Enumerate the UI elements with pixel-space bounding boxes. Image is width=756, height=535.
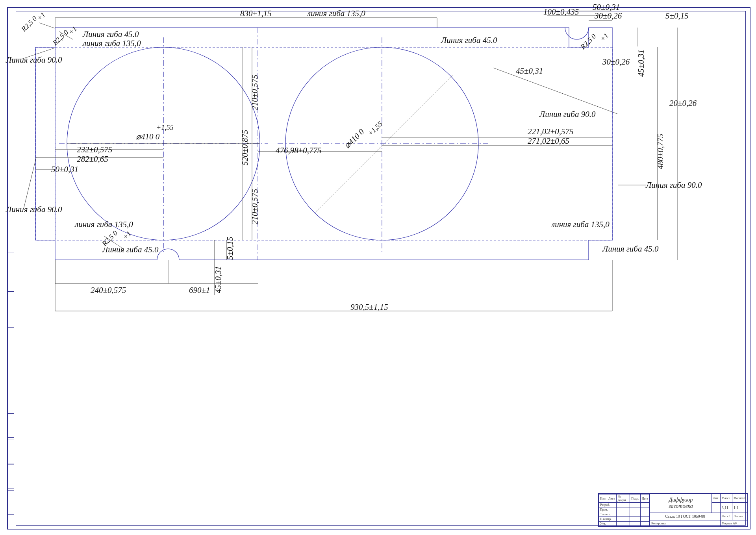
dim-271: 271,02±0,65 [528, 136, 569, 146]
dim-830: 830±1,15 [240, 9, 272, 19]
title-block: ИзмЛист№ докум.Подп.Дата Разраб. Пров. Т… [598, 493, 748, 527]
dim-50l: 50±0,31 [51, 165, 78, 174]
part-name-1: Диффузор [651, 497, 710, 503]
svg-line-37 [493, 68, 618, 114]
dim-282: 282±0,65 [77, 154, 108, 164]
v-480: 480±0,775 [656, 134, 665, 169]
drawing-sheet: 830±1,15 линия гиба 135,0 100±0,435 50±0… [0, 0, 756, 535]
v-45b: 45±0,31 [213, 266, 223, 293]
v-210t: 210±0,575 [250, 75, 260, 110]
lbl-bend45-tl: Линия гиба 45.0 [83, 30, 139, 39]
d410-l: ⌀410 0 [136, 132, 159, 142]
v-20: 20±0,26 [669, 98, 697, 108]
dim-30t: 30±0,26 [595, 11, 622, 21]
material: Сталь 10 ГОСТ 1050-88 [650, 513, 721, 520]
dim-476: 476,98±0,775 [276, 146, 322, 156]
svg-line-38 [39, 23, 55, 28]
lbl-bend135-bl: линия гиба 135,0 [75, 220, 133, 230]
lbl-bend90-r2: Линия гиба 90.0 [646, 180, 702, 190]
svg-line-35 [24, 157, 36, 209]
dim-221: 221,02±0,575 [528, 127, 574, 137]
drawing-svg [0, 0, 756, 535]
lbl-bend45-bl: Линия гиба 45.0 [102, 245, 158, 255]
notch-top [565, 28, 589, 39]
part-name-2: заготовка [651, 503, 710, 509]
v-520: 520±0,875 [240, 130, 250, 165]
lbl-bend90-bl: Линия гиба 90.0 [6, 205, 62, 215]
lbl-bend90-r1: Линия гиба 90.0 [539, 109, 595, 119]
d410-l-tol: +1,55 [156, 124, 174, 132]
v-45r: 45±0,31 [636, 50, 646, 77]
lbl-bend135-tl: линия гиба 135,0 [83, 39, 141, 48]
dim-30r: 30±0,26 [602, 57, 630, 67]
dim-45r: 45±0,31 [516, 66, 543, 76]
lbl-bend45-tr: Линия гиба 45.0 [441, 35, 497, 45]
lbl-bend135-br: линия гиба 135,0 [551, 220, 610, 230]
dim-5t: 5±0,15 [665, 11, 689, 21]
v-5b: 5±0,15 [225, 237, 235, 260]
lbl-bend135-top: линия гиба 135,0 [307, 9, 365, 19]
dim-100: 100±0,435 [543, 7, 579, 17]
dim-232: 232±0,575 [77, 145, 112, 155]
dim-930: 930,5±1,15 [350, 302, 388, 312]
lbl-bend45-br: Линия гиба 45.0 [602, 244, 658, 254]
lbl-bend90-tl: Линия гиба 90.0 [6, 55, 62, 65]
dim-690: 690±1 [189, 285, 210, 295]
scale: 1:1 [732, 502, 747, 513]
dim-240: 240±0,575 [91, 285, 126, 295]
mass: 3,11 [720, 502, 732, 513]
v-210b: 210±0,575 [250, 189, 260, 224]
